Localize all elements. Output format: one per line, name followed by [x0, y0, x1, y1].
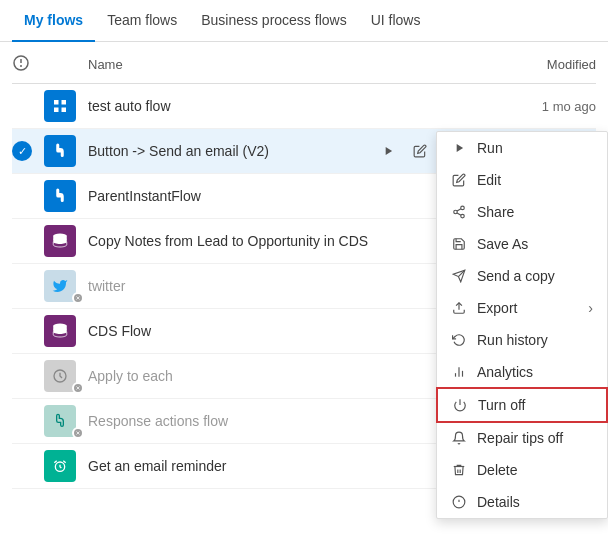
row-icon [44, 270, 88, 302]
header-modified: Modified [496, 57, 596, 72]
menu-item-save-as[interactable]: Save As [437, 228, 607, 260]
flow-name: Copy Notes from Lead to Opportunity in C… [88, 233, 496, 249]
history-icon [451, 332, 467, 348]
flow-icon-hand [44, 135, 76, 167]
menu-item-analytics[interactable]: Analytics [437, 356, 607, 388]
table-row[interactable]: test auto flow 1 mo ago [12, 84, 596, 129]
svg-point-11 [461, 206, 465, 210]
menu-item-export[interactable]: Export › [437, 292, 607, 324]
tab-team-flows[interactable]: Team flows [95, 0, 189, 42]
header-name: Name [88, 57, 496, 72]
flow-name: Get an email reminder [88, 458, 496, 474]
arrow-right-icon: › [588, 300, 593, 316]
flow-icon-alarm [44, 450, 76, 482]
menu-item-run[interactable]: Run [437, 132, 607, 164]
flow-name: Apply to each [88, 368, 496, 384]
row-icon [44, 90, 88, 122]
menu-item-turn-off[interactable]: Turn off [436, 387, 608, 423]
save-icon [451, 236, 467, 252]
table-row[interactable]: ✓ Button -> Send an email (V2) [12, 129, 596, 174]
svg-line-36 [54, 461, 56, 463]
menu-item-delete[interactable]: Delete [437, 454, 607, 486]
menu-item-run-history[interactable]: Run history [437, 324, 607, 356]
row-icon [44, 450, 88, 482]
disabled-badge [72, 292, 84, 304]
row-icon [44, 360, 88, 392]
svg-point-13 [461, 214, 465, 218]
pencil-icon [451, 172, 467, 188]
tab-my-flows[interactable]: My flows [12, 0, 95, 42]
menu-item-details[interactable]: Details [437, 486, 607, 518]
table-header: Name Modified [12, 46, 596, 84]
send-icon [451, 268, 467, 284]
svg-line-14 [457, 213, 461, 215]
flow-name: twitter [88, 278, 496, 294]
disabled-badge [72, 382, 84, 394]
row-icon [44, 405, 88, 437]
svg-line-37 [63, 461, 65, 463]
flow-modified: 1 mo ago [496, 99, 596, 114]
info-icon [451, 494, 467, 510]
svg-point-2 [20, 65, 22, 67]
context-menu: Run Edit Share Save As Send a copy Expor… [436, 131, 608, 519]
tab-ui-flows[interactable]: UI flows [359, 0, 433, 42]
flows-table: Name Modified test auto flow 1 mo ago ✓ … [0, 46, 608, 489]
flow-name: Button -> Send an email (V2) [88, 143, 376, 159]
menu-item-repair-tips[interactable]: Repair tips off [437, 422, 607, 454]
flow-name: CDS Flow [88, 323, 496, 339]
flow-name: ParentInstantFlow [88, 188, 496, 204]
menu-item-send-copy[interactable]: Send a copy [437, 260, 607, 292]
flow-icon-blue [44, 90, 76, 122]
row-icon [44, 315, 88, 347]
edit-action-icon[interactable] [408, 137, 432, 165]
row-icon [44, 135, 88, 167]
flow-name: Response actions flow [88, 413, 496, 429]
svg-point-12 [454, 210, 458, 214]
chart-icon [451, 364, 467, 380]
menu-item-share[interactable]: Share [437, 196, 607, 228]
run-action-icon[interactable] [376, 137, 400, 165]
row-icon [44, 180, 88, 212]
selected-check: ✓ [12, 141, 32, 161]
row-check[interactable]: ✓ [12, 141, 44, 161]
play-icon [451, 140, 467, 156]
trash-icon [451, 462, 467, 478]
nav-tabs: My flows Team flows Business process flo… [0, 0, 608, 42]
bell-icon [451, 430, 467, 446]
power-icon [452, 397, 468, 413]
export-icon [451, 300, 467, 316]
flow-icon-db [44, 225, 76, 257]
header-check [12, 54, 44, 75]
flow-icon-hand [44, 180, 76, 212]
svg-line-15 [457, 209, 461, 211]
flow-icon-db2 [44, 315, 76, 347]
row-icon [44, 225, 88, 257]
flow-name: test auto flow [88, 98, 496, 114]
share-icon [451, 204, 467, 220]
disabled-badge [72, 427, 84, 439]
menu-item-edit[interactable]: Edit [437, 164, 607, 196]
tab-business-process-flows[interactable]: Business process flows [189, 0, 359, 42]
